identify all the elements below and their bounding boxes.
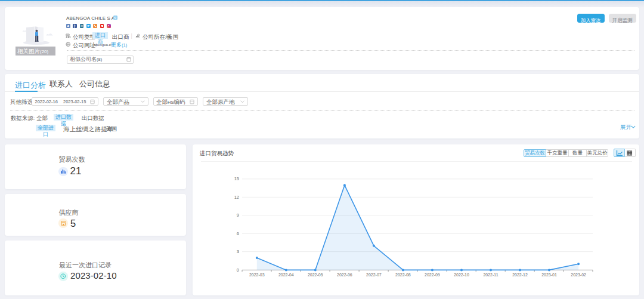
svg-text:6: 6: [237, 231, 239, 236]
svg-text:0: 0: [237, 267, 239, 273]
svg-text:9: 9: [237, 212, 239, 218]
svg-text:15: 15: [234, 176, 239, 181]
svg-text:2022-07: 2022-07: [366, 273, 382, 277]
svg-text:2022-09: 2022-09: [425, 273, 440, 277]
svg-text:2022-12: 2022-12: [512, 273, 528, 277]
svg-text:2022-03: 2022-03: [249, 273, 265, 277]
svg-text:2023-01: 2023-01: [541, 273, 557, 277]
svg-text:2023-02: 2023-02: [571, 273, 586, 277]
svg-text:12: 12: [234, 195, 239, 200]
svg-text:2022-05: 2022-05: [308, 273, 323, 277]
svg-text:2022-04: 2022-04: [278, 273, 294, 277]
svg-text:2022-06: 2022-06: [337, 273, 352, 277]
svg-text:2022-10: 2022-10: [454, 273, 469, 277]
svg-text:3: 3: [237, 249, 239, 254]
svg-text:2022-11: 2022-11: [483, 273, 498, 277]
svg-text:2022-08: 2022-08: [395, 273, 411, 277]
